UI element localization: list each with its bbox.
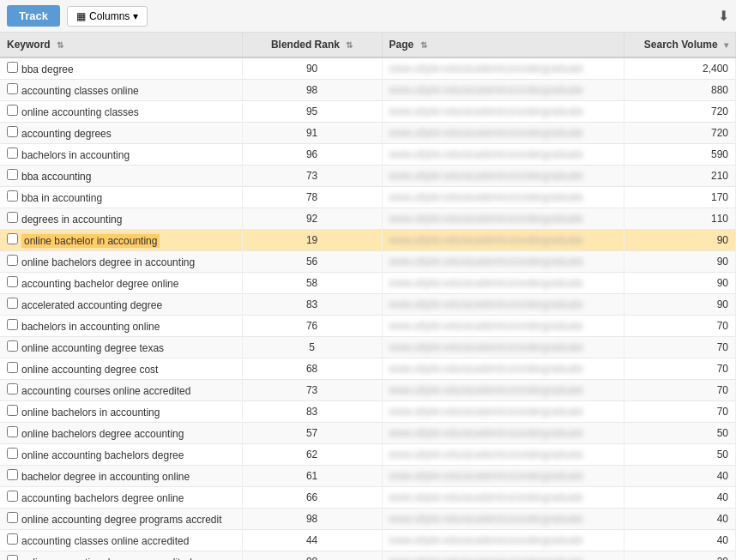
rank-cell: 92 — [242, 208, 382, 230]
table-row: accounting degrees91www.uttyler.edu/acad… — [0, 123, 736, 144]
row-checkbox[interactable] — [7, 233, 18, 244]
keyword-cell: online accounting degrees accredited — [0, 551, 242, 561]
row-checkbox[interactable] — [7, 276, 18, 287]
keyword-cell: accounting bachelors degree online — [0, 487, 242, 509]
page-cell: www.uttyler.edu/academics/undergraduate — [382, 337, 624, 358]
keyword-text: accounting degrees — [21, 128, 112, 140]
keyword-text: accounting classes online accredited — [21, 535, 189, 547]
volume-cell: 40 — [624, 487, 735, 509]
sort-icon-volume: ▾ — [724, 40, 728, 50]
volume-cell: 40 — [624, 466, 735, 487]
page-cell: www.uttyler.edu/academics/undergraduate — [382, 466, 624, 487]
track-button[interactable]: Track — [7, 5, 60, 27]
keyword-cell: bachelors in accounting online — [0, 316, 242, 337]
volume-cell: 590 — [624, 144, 735, 166]
table-row: online accounting degree programs accred… — [0, 509, 736, 530]
table-row: bachelors in accounting online76www.utty… — [0, 316, 736, 337]
row-checkbox[interactable] — [7, 255, 18, 266]
page-cell: www.uttyler.edu/academics/undergraduate — [382, 166, 624, 187]
page-cell: www.uttyler.edu/academics/undergraduate — [382, 101, 624, 123]
row-checkbox[interactable] — [7, 83, 18, 94]
row-checkbox[interactable] — [7, 212, 18, 223]
col-keyword[interactable]: Keyword ⇅ — [0, 33, 242, 57]
row-checkbox[interactable] — [7, 62, 18, 73]
row-checkbox[interactable] — [7, 340, 18, 352]
volume-cell: 50 — [624, 423, 735, 444]
keyword-text: online accounting degrees accredited — [21, 557, 192, 560]
row-checkbox[interactable] — [7, 533, 18, 545]
keyword-cell: bachelor degree in accounting online — [0, 466, 242, 487]
keyword-text: online bachelors degree in accounting — [21, 256, 195, 268]
row-checkbox[interactable] — [7, 148, 18, 159]
row-checkbox[interactable] — [7, 362, 18, 373]
table-row: online accounting classes95www.uttyler.e… — [0, 101, 736, 123]
rank-cell: 19 — [242, 230, 382, 251]
page-cell: www.uttyler.edu/academics/undergraduate — [382, 187, 624, 208]
keyword-text: online bachelors degree accounting — [21, 428, 184, 440]
rank-cell: 62 — [242, 444, 382, 466]
keyword-cell: bba accounting — [0, 166, 242, 187]
page-cell: www.uttyler.edu/academics/undergraduate — [382, 358, 624, 380]
keyword-text: online bachelor in accounting — [21, 234, 160, 248]
col-page[interactable]: Page ⇅ — [382, 33, 624, 57]
volume-cell: 90 — [624, 294, 735, 316]
keyword-cell: online accounting degree texas — [0, 337, 242, 358]
sort-icon-rank: ⇅ — [346, 40, 353, 50]
keyword-text: online accounting degree cost — [21, 364, 158, 376]
table-row: bba in accounting78www.uttyler.edu/acade… — [0, 187, 736, 208]
row-checkbox[interactable] — [7, 469, 18, 480]
rank-cell: 58 — [242, 273, 382, 294]
row-checkbox[interactable] — [7, 298, 18, 309]
toolbar: Track ▦ Columns ▾ ⬇ — [0, 0, 736, 33]
col-search-volume[interactable]: Search Volume ▾ — [624, 33, 735, 57]
chevron-down-icon: ▾ — [133, 10, 138, 22]
row-checkbox[interactable] — [7, 512, 18, 523]
row-checkbox[interactable] — [7, 190, 18, 202]
row-checkbox[interactable] — [7, 319, 18, 330]
download-icon[interactable]: ⬇ — [718, 8, 729, 24]
table-row: accounting bachelor degree online58www.u… — [0, 273, 736, 294]
keyword-text: bba degree — [21, 63, 74, 75]
table-row: online accounting degree cost68www.uttyl… — [0, 358, 736, 380]
row-checkbox[interactable] — [7, 383, 18, 394]
page-cell: www.uttyler.edu/academics/undergraduate — [382, 57, 624, 80]
keyword-cell: online bachelors degree in accounting — [0, 251, 242, 273]
rank-cell: 73 — [242, 166, 382, 187]
page-cell: www.uttyler.edu/academics/undergraduate — [382, 551, 624, 561]
rank-cell: 78 — [242, 187, 382, 208]
keyword-text: accelerated accounting degree — [21, 299, 162, 311]
table-header-row: Keyword ⇅ Blended Rank ⇅ Page ⇅ Search V… — [0, 33, 736, 57]
columns-button[interactable]: ▦ Columns ▾ — [67, 6, 148, 27]
row-checkbox[interactable] — [7, 126, 18, 137]
volume-cell: 170 — [624, 187, 735, 208]
row-checkbox[interactable] — [7, 426, 18, 437]
page-cell: www.uttyler.edu/academics/undergraduate — [382, 144, 624, 166]
page-cell: www.uttyler.edu/academics/undergraduate — [382, 123, 624, 144]
keyword-cell: online bachelors degree accounting — [0, 423, 242, 444]
col-blended-rank[interactable]: Blended Rank ⇅ — [242, 33, 382, 57]
table-row: accelerated accounting degree83www.uttyl… — [0, 294, 736, 316]
row-checkbox[interactable] — [7, 169, 18, 180]
keyword-cell: online accounting degree programs accred… — [0, 509, 242, 530]
table-row: online accounting degree texas5www.uttyl… — [0, 337, 736, 358]
volume-cell: 40 — [624, 530, 735, 551]
rank-cell: 66 — [242, 487, 382, 509]
rank-cell: 91 — [242, 123, 382, 144]
keyword-text: degrees in accounting — [21, 214, 122, 226]
row-checkbox[interactable] — [7, 448, 18, 459]
keyword-text: online accounting degree programs accred… — [21, 514, 221, 526]
keyword-cell: online accounting degree cost — [0, 358, 242, 380]
table-row: accounting courses online accredited73ww… — [0, 380, 736, 401]
row-checkbox[interactable] — [7, 491, 18, 502]
row-checkbox[interactable] — [7, 105, 18, 116]
keyword-cell: accounting degrees — [0, 123, 242, 144]
keyword-text: online accounting bachelors degree — [21, 449, 184, 461]
table-row: bba degree90www.uttyler.edu/academics/un… — [0, 57, 736, 80]
rank-cell: 98 — [242, 551, 382, 561]
table-row: degrees in accounting92www.uttyler.edu/a… — [0, 208, 736, 230]
row-checkbox[interactable] — [7, 555, 18, 560]
keyword-text: accounting courses online accredited — [21, 385, 190, 397]
row-checkbox[interactable] — [7, 405, 18, 416]
columns-label: Columns — [89, 10, 130, 22]
page-cell: www.uttyler.edu/academics/undergraduate — [382, 273, 624, 294]
